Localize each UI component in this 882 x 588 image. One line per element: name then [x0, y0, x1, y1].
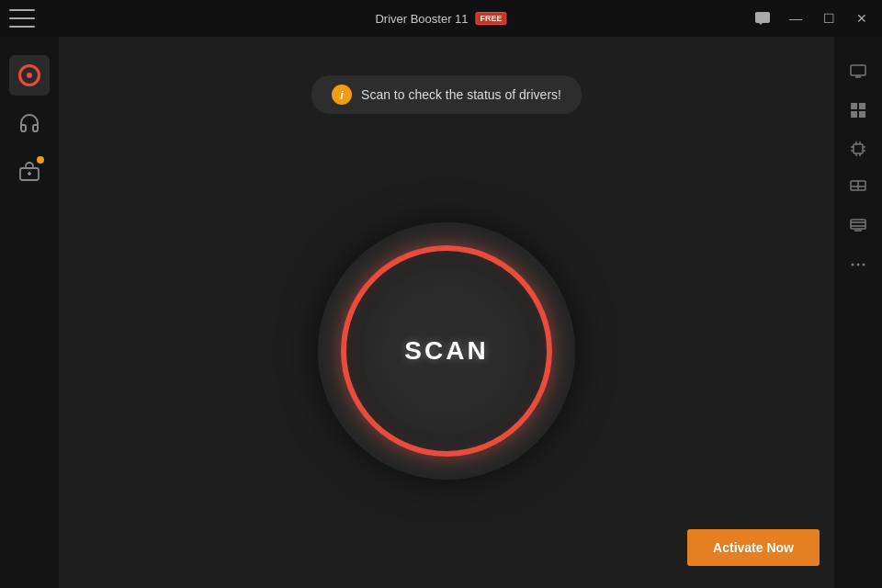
svg-rect-8 [851, 111, 857, 118]
right-panel-windows[interactable] [842, 94, 875, 127]
svg-rect-9 [859, 111, 865, 118]
app-title: Driver Booster 11 [375, 12, 468, 26]
title-bar-left [9, 9, 35, 28]
hamburger-menu-icon[interactable] [9, 9, 35, 28]
svg-point-27 [857, 264, 860, 266]
svg-rect-3 [851, 65, 865, 75]
sidebar-item-headset[interactable] [9, 103, 50, 143]
headset-icon [17, 111, 41, 135]
scan-area: SCAN [318, 114, 575, 588]
title-bar: Driver Booster 11 FREE — ☐ ✕ [0, 0, 882, 37]
right-panel-network[interactable] [842, 171, 875, 204]
toolbox-icon [17, 159, 41, 183]
right-panel-chip[interactable] [842, 132, 875, 165]
maximize-button[interactable]: ☐ [820, 9, 838, 28]
scan-outer-circle: SCAN [318, 222, 575, 480]
svg-point-26 [852, 264, 854, 266]
activate-now-button[interactable]: Activate Now [687, 529, 820, 566]
chat-button[interactable] [753, 9, 772, 28]
info-icon: i [332, 85, 352, 105]
sidebar-item-toolbox[interactable] [9, 151, 50, 191]
svg-rect-22 [851, 220, 865, 229]
scan-button[interactable]: SCAN [341, 245, 552, 457]
free-badge: FREE [476, 12, 507, 25]
svg-rect-10 [854, 144, 863, 153]
info-banner: i Scan to check the status of drivers! [311, 75, 582, 114]
right-panel [834, 37, 882, 588]
right-panel-monitor[interactable] [842, 55, 875, 88]
svg-rect-6 [851, 103, 857, 109]
title-bar-center: Driver Booster 11 FREE [375, 12, 506, 26]
toolbox-badge [37, 156, 44, 164]
svg-rect-7 [859, 103, 865, 109]
right-panel-more[interactable] [842, 248, 875, 281]
minimize-button[interactable]: — [786, 9, 805, 28]
sidebar-item-driver-updater[interactable] [9, 55, 50, 96]
sidebar [0, 37, 59, 588]
scan-label: SCAN [404, 336, 488, 366]
close-button[interactable]: ✕ [853, 9, 871, 28]
driver-icon [17, 63, 41, 87]
svg-point-28 [863, 264, 865, 266]
info-text: Scan to check the status of drivers! [361, 87, 561, 102]
main-content: i Scan to check the status of drivers! S… [59, 37, 834, 588]
right-panel-display[interactable] [842, 209, 875, 243]
title-bar-controls: — ☐ ✕ [753, 9, 871, 28]
